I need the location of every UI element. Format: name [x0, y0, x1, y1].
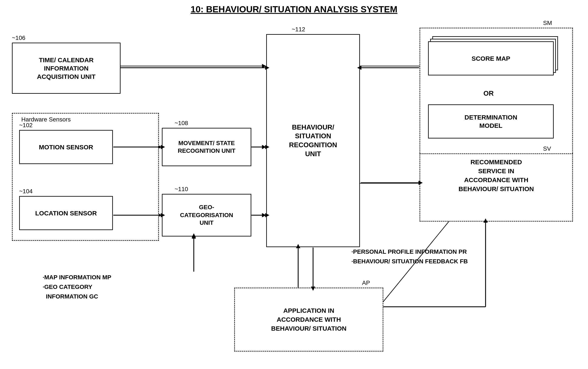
location-sensor-box: LOCATION SENSOR: [19, 196, 113, 230]
ref-104: ~104: [19, 188, 33, 195]
diagram-container: 10: BEHAVIOUR/ SITUATION ANALYSIS SYSTEM: [0, 0, 588, 369]
recommended-service-label: RECOMMENDEDSERVICE INACCORDANCE WITHBEHA…: [424, 158, 569, 194]
diagram-title: 10: BEHAVIOUR/ SITUATION ANALYSIS SYSTEM: [191, 4, 397, 14]
application-label: APPLICATION INACCORDANCE WITHBEHAVIOUR/ …: [234, 288, 383, 351]
or-label: OR: [483, 90, 494, 97]
ref-102: ~102: [19, 122, 33, 129]
geo-categorisation-box: GEO-CATEGORISATIONUNIT: [162, 194, 251, 236]
personal-profile-label: ·PERSONAL PROFILE INFORMATION PR ·BEHAVI…: [351, 247, 468, 266]
behaviour-recognition-box: BEHAVIOUR/SITUATIONRECOGNITIONUNIT: [266, 34, 360, 247]
motion-sensor-box: MOTION SENSOR: [19, 130, 113, 164]
determination-model-box: DETERMINATIONMODEL: [428, 104, 554, 138]
movement-state-box: MOVEMENT/ STATERECOGNITION UNIT: [162, 128, 251, 166]
ref-ap: AP: [362, 279, 370, 286]
ref-sm: SM: [543, 20, 552, 26]
ref-108: ~108: [175, 120, 188, 127]
map-info-label: ·MAP INFORMATION MP ·GEO CATEGORY INFORM…: [43, 273, 111, 301]
time-calendar-box: TIME/ CALENDARINFORMATIONACQUISITION UNI…: [12, 43, 120, 94]
score-map-box: SCORE MAP: [428, 41, 554, 75]
ref-sv: SV: [543, 145, 551, 152]
ref-112: ~112: [292, 26, 305, 33]
svg-marker-9: [262, 213, 266, 217]
svg-marker-7: [262, 145, 266, 149]
ref-106: ~106: [12, 34, 25, 41]
ref-110: ~110: [175, 186, 188, 193]
svg-marker-1: [262, 64, 266, 68]
